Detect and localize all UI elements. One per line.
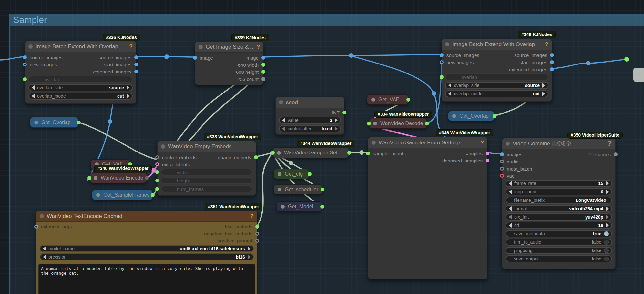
collapse-dot-icon[interactable] [96,193,100,197]
input-port[interactable] [500,167,504,171]
node-header[interactable]: Image Batch Extend With Overlap ? [442,39,552,50]
input-port[interactable] [193,56,197,60]
node-header[interactable]: WanVideo Empty Embeds [158,141,256,152]
increment-icon[interactable] [248,246,250,251]
output-port[interactable] [486,159,489,162]
output-port[interactable] [261,56,265,60]
model-name-widget[interactable]: model_nameumt5-xxl-enc-bf16.safetensors [40,245,254,252]
increment-icon[interactable] [606,223,609,228]
output-port[interactable] [134,70,138,74]
decrement-icon[interactable] [32,94,35,98]
increment-icon[interactable] [606,215,609,219]
decrement-icon[interactable] [509,181,512,186]
output-port[interactable] [261,63,265,67]
increment-icon[interactable] [127,85,129,90]
collapse-dot-icon[interactable] [373,122,377,125]
increment-icon[interactable] [542,92,545,96]
input-port[interactable] [271,151,275,155]
node-get-vae-top[interactable]: Get_VAE [367,94,408,105]
node-video-combine[interactable]: Video Combine 🎥ⓋⒽⓈ ? imagesFilenames aud… [502,138,616,269]
positive-prompt-textarea[interactable]: A woman sits at a wooden table by the wi… [38,264,255,294]
collapse-dot-icon[interactable] [371,98,375,102]
overlap-side-widget[interactable]: overlap_side source [28,84,133,91]
increment-icon[interactable] [606,190,609,194]
decrement-icon[interactable] [282,118,285,122]
output-port[interactable] [321,188,324,191]
node-wanvideo-sampler-set[interactable]: WanVideo Sampler Set [273,147,349,158]
toggle-off-icon[interactable] [604,257,609,261]
help-icon[interactable]: ? [481,140,484,146]
input-port[interactable] [155,162,159,166]
help-icon[interactable]: ? [129,44,133,50]
output-port[interactable] [486,152,489,155]
collapse-dot-icon[interactable] [452,114,456,118]
collapse-dot-icon[interactable] [199,45,203,49]
seed-value-widget[interactable]: value 3 [279,117,341,124]
collapse-dot-icon[interactable] [28,44,33,49]
node-header[interactable]: seed [276,97,344,108]
node-graph-canvas[interactable]: Sampler [0,0,644,294]
toggle-off-icon[interactable] [604,240,609,245]
collapse-dot-icon[interactable] [161,144,165,149]
node-wanvideo-sampler-from-settings[interactable]: WanVideo Sampler From Settings ? sampler… [368,137,487,279]
decrement-icon[interactable] [43,246,46,251]
increment-icon[interactable] [542,83,545,88]
input-port[interactable] [366,152,370,155]
wire-samplerset-to-346[interactable] [349,152,368,153]
node-get-scheduler[interactable]: Get_scheduler [273,184,322,194]
height-input-port[interactable] [155,179,159,182]
collapse-dot-icon[interactable] [445,42,449,46]
pingpong-toggle[interactable]: pingpongfalse [506,247,612,254]
increment-icon[interactable] [248,255,250,259]
input-port[interactable] [440,60,444,64]
node-wanvideo-empty-embeds[interactable]: WanVideo Empty Embeds control_embedsimag… [157,141,256,196]
loop-count-widget[interactable]: loop_count0 [506,188,612,195]
collapse-dot-icon[interactable] [278,188,281,191]
output-port[interactable] [347,151,351,155]
input-port[interactable] [23,63,27,66]
increment-icon[interactable] [335,118,338,122]
help-icon[interactable]: ? [257,44,260,50]
collapse-dot-icon[interactable] [279,100,283,104]
node-wanvideo-encode[interactable]: WanVideo Encode [89,172,147,183]
decrement-icon[interactable] [509,215,512,219]
output-port[interactable] [151,193,155,197]
node-header[interactable]: WanVideo Sampler From Settings ? [368,137,487,148]
output-port[interactable] [254,155,258,159]
input-port[interactable] [500,152,504,156]
output-port[interactable] [550,67,554,71]
help-icon[interactable]: ? [607,139,612,149]
increment-icon[interactable] [606,181,609,186]
output-port[interactable] [145,176,149,180]
decrement-icon[interactable] [43,255,46,259]
wire-textencode-to-samplerset[interactable] [257,153,273,227]
input-port[interactable] [440,53,444,57]
collapse-dot-icon[interactable] [277,151,281,155]
output-port[interactable] [614,152,618,156]
decrement-icon[interactable] [32,85,35,90]
increment-icon[interactable] [127,94,129,98]
output-port[interactable] [261,77,265,81]
toggle-on-icon[interactable] [604,231,609,236]
decrement-icon[interactable] [448,92,451,96]
output-port[interactable] [550,53,554,57]
decrement-icon[interactable] [509,190,512,194]
node-seed[interactable]: seed INT value 3 control after ge ... fi… [275,97,344,135]
decrement-icon[interactable] [282,126,285,131]
node-get-overlap-right[interactable]: Get_Overlap [448,111,495,121]
node-get-image-size-339[interactable]: Get Image Size & ... ? imageimage 640 wi… [195,41,263,85]
wire-image-left-to-336[interactable] [0,57,25,60]
trim-to-audio-toggle[interactable]: trim_to_audiofalse [506,239,612,246]
output-port[interactable] [134,63,138,66]
frame-rate-widget[interactable]: frame_rate15 [506,180,612,187]
decrement-icon[interactable] [448,83,451,88]
wire-model-to-samplerset[interactable] [273,153,322,206]
output-port[interactable] [134,55,138,59]
increment-icon[interactable] [335,126,338,131]
filename-prefix-widget[interactable]: filename_prefixLongCatVideo [506,197,612,204]
overlap-mode-widget[interactable]: overlap_mode cut [445,90,548,97]
collapse-dot-icon[interactable] [281,205,285,209]
input-port[interactable] [23,55,27,59]
output-port[interactable] [255,225,259,229]
node-wanvideo-textencode-cached[interactable]: WanVideo TextEncode Cached ? extender_ar… [36,211,257,294]
